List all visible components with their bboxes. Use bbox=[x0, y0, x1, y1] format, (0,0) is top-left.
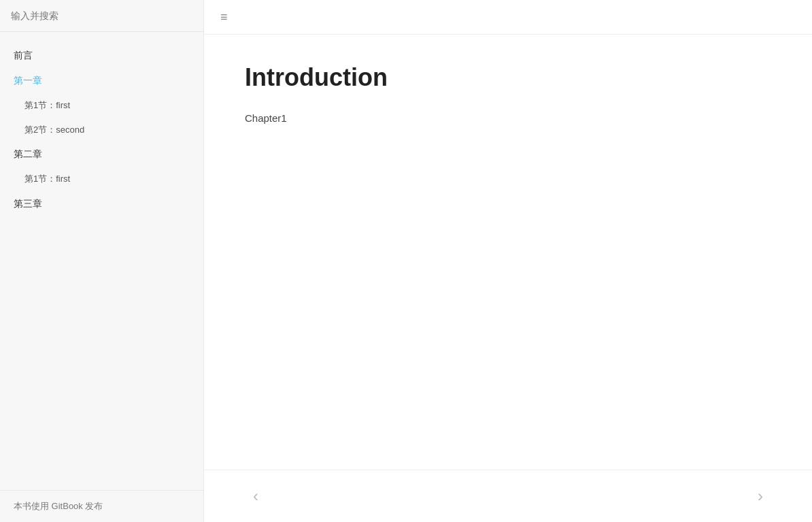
hamburger-icon[interactable]: ≡ bbox=[220, 11, 228, 23]
page-title: Introduction bbox=[245, 62, 771, 94]
prev-arrow[interactable]: ‹ bbox=[245, 481, 267, 511]
sidebar-item-chapter1-section1[interactable]: 第1节：first bbox=[0, 93, 203, 118]
main-content: ≡ Introduction Chapter1 ‹ › bbox=[204, 0, 812, 522]
page-body: Chapter1 bbox=[245, 110, 771, 127]
sidebar-item-chapter3[interactable]: 第三章 bbox=[0, 191, 203, 216]
sidebar-footer: 本书使用 GitBook 发布 bbox=[0, 490, 203, 522]
nav-area: 前言第一章第1节：first第2节：second第二章第1节：first第三章 bbox=[0, 32, 203, 490]
sidebar-item-chapter2[interactable]: 第二章 bbox=[0, 142, 203, 167]
toolbar: ≡ bbox=[204, 0, 812, 35]
search-input[interactable] bbox=[11, 10, 192, 21]
sidebar-item-preface[interactable]: 前言 bbox=[0, 43, 203, 68]
footer-text: 本书使用 GitBook 发布 bbox=[14, 501, 103, 511]
content-area: Introduction Chapter1 bbox=[204, 35, 812, 470]
sidebar: 前言第一章第1节：first第2节：second第二章第1节：first第三章 … bbox=[0, 0, 204, 522]
sidebar-item-chapter1-section2[interactable]: 第2节：second bbox=[0, 118, 203, 142]
bottom-nav: ‹ › bbox=[204, 470, 812, 522]
sidebar-item-chapter2-section1[interactable]: 第1节：first bbox=[0, 167, 203, 191]
sidebar-item-chapter1[interactable]: 第一章 bbox=[0, 68, 203, 93]
next-arrow[interactable]: › bbox=[749, 481, 771, 511]
search-area bbox=[0, 0, 203, 32]
